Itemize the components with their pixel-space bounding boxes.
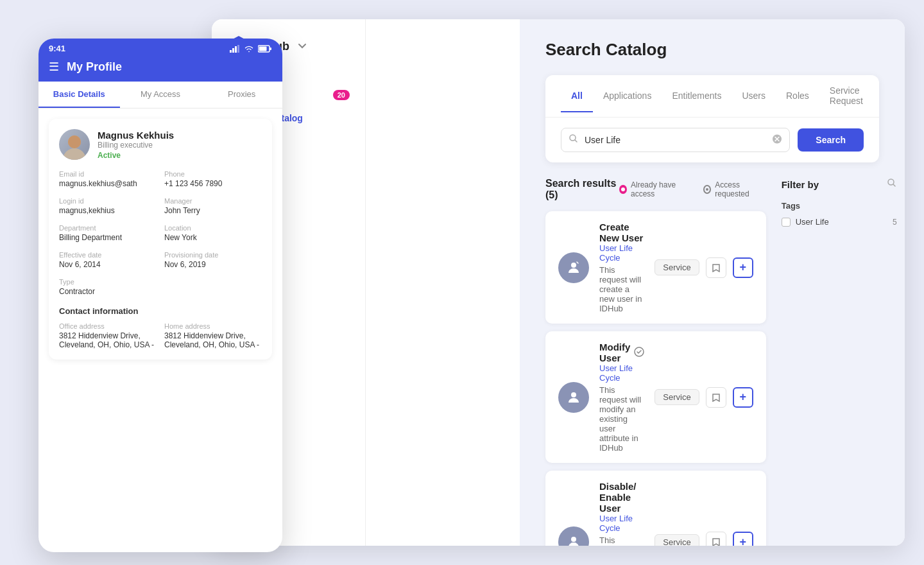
results-main: Search results (5) Already have access	[545, 178, 766, 546]
field-phone: Phone +1 123 456 7890	[164, 170, 262, 188]
location-label: Location	[164, 224, 262, 232]
filter-header: Filter by	[782, 178, 897, 191]
add-button-2[interactable]: +	[733, 387, 753, 408]
tab-entitlements[interactable]: Entitlements	[662, 80, 732, 112]
mobile-tab-proxies[interactable]: Proxies	[201, 82, 282, 108]
battery-icon	[258, 45, 272, 53]
filter-count-user-life: 5	[893, 218, 897, 227]
tab-users[interactable]: Users	[732, 80, 776, 112]
effective-label: Effective date	[59, 251, 157, 259]
result-desc-2: This request will modify an existing use…	[599, 385, 644, 453]
tab-roles[interactable]: Roles	[776, 80, 819, 112]
type-value: Contractor	[59, 287, 157, 296]
service-badge-2: Service	[654, 389, 699, 405]
search-button[interactable]: Search	[798, 128, 864, 152]
office-label: Office address	[59, 322, 157, 330]
filter-checkbox-user-life[interactable]	[782, 218, 791, 227]
svg-rect-14	[237, 45, 239, 53]
tab-all[interactable]: All	[561, 80, 593, 112]
svg-point-9	[571, 537, 576, 542]
add-button-1[interactable]: +	[733, 257, 753, 278]
bookmark-button-2[interactable]	[706, 387, 726, 408]
mobile-tab-my-access[interactable]: My Access	[120, 82, 201, 108]
result-name-1: Create New User	[599, 222, 644, 243]
search-row: Search	[545, 117, 879, 162]
search-clear-icon[interactable]	[772, 134, 782, 146]
type-label: Type	[59, 278, 157, 286]
results-area: Search results (5) Already have access	[545, 178, 879, 546]
profile-card: Magnus Kekhuis Billing executive Active …	[49, 119, 272, 360]
field-office: Office address 3812 Hiddenview Drive, Cl…	[59, 322, 157, 349]
result-tag-1[interactable]: User Life Cycle	[599, 243, 644, 263]
svg-point-20	[68, 135, 81, 148]
field-effective: Effective date Nov 6, 2014	[59, 251, 157, 269]
svg-rect-16	[270, 48, 271, 50]
tab-applications[interactable]: Applications	[593, 80, 662, 112]
svg-point-6	[571, 263, 576, 268]
field-provisioning: Provisioning date Nov 6, 2019	[164, 251, 262, 269]
field-manager: Manager John Terry	[164, 197, 262, 215]
mobile-status-icons	[230, 45, 272, 53]
bookmark-button-1[interactable]	[706, 257, 726, 278]
tasks-badge: 20	[333, 90, 350, 100]
svg-point-7	[571, 392, 576, 397]
profile-fields: Email id magnus.kekhius@sath Phone +1 12…	[59, 170, 262, 296]
tab-service-request[interactable]: Service Request	[819, 75, 873, 117]
results-header: Search results (5) Already have access	[545, 178, 766, 201]
phone-label: Phone	[164, 170, 262, 178]
access-requested-icon	[703, 185, 711, 194]
filter-label-user-life: User Life	[796, 217, 829, 227]
result-tag-2[interactable]: User Life Cycle	[599, 363, 644, 383]
office-value: 3812 Hiddenview Drive, Cleveland, OH, Oh…	[59, 331, 157, 349]
access-check-icon	[634, 347, 644, 359]
result-desc-1: This request will create a new user in I…	[599, 265, 644, 313]
hamburger-icon[interactable]: ☰	[49, 60, 59, 74]
manager-label: Manager	[164, 197, 262, 205]
mobile-time: 9:41	[49, 44, 65, 53]
add-button-3[interactable]: +	[733, 532, 753, 546]
contact-fields: Office address 3812 Hiddenview Drive, Cl…	[59, 322, 262, 349]
field-location: Location New York	[164, 224, 262, 242]
service-badge-3: Service	[654, 534, 699, 546]
login-value: magnus,kekhius	[59, 206, 157, 215]
filter-title: Filter by	[782, 179, 819, 190]
filter-panel: Filter by Tags User Life 5	[782, 178, 897, 546]
desktop-panel: ID IDHub User Tasks 20 Search Catalog Se…	[212, 19, 905, 546]
login-label: Login id	[59, 197, 157, 205]
provisioning-label: Provisioning date	[164, 251, 262, 259]
already-access-label: Already have access	[631, 180, 690, 198]
mobile-tabs: Basic Details My Access Proxies	[38, 82, 282, 109]
profile-name: Magnus Kekhuis	[98, 130, 174, 141]
email-value: magnus.kekhius@sath	[59, 179, 157, 188]
service-badge-1: Service	[654, 259, 699, 275]
provisioning-value: Nov 6, 2019	[164, 260, 262, 269]
result-desc-3: This request will modify status of an ex…	[599, 535, 644, 546]
result-name-2: Modify User	[599, 342, 644, 363]
svg-rect-12	[232, 48, 234, 53]
results-legend: Already have access Access requested	[619, 180, 766, 198]
result-actions-3: Service +	[654, 532, 753, 546]
chevron-down-icon[interactable]	[297, 41, 307, 51]
profile-row: Magnus Kekhuis Billing executive Active	[59, 129, 262, 160]
profile-role: Billing executive	[98, 141, 174, 150]
profile-status: Active	[98, 151, 174, 160]
result-icon-2	[558, 382, 589, 413]
profile-info: Magnus Kekhuis Billing executive Active	[98, 130, 174, 160]
location-value: New York	[164, 233, 262, 242]
bookmark-button-3[interactable]	[706, 532, 726, 546]
mobile-tab-basic-details[interactable]: Basic Details	[38, 82, 120, 108]
result-card-2: Modify User User Life Cycle This request…	[545, 331, 766, 463]
field-email: Email id magnus.kekhius@sath	[59, 170, 157, 188]
search-input[interactable]	[561, 128, 790, 152]
result-card-3: Disable/ Enable User User Life Cycle Thi…	[545, 471, 766, 546]
mobile-body: Magnus Kekhuis Billing executive Active …	[38, 109, 282, 552]
search-input-wrap	[561, 128, 790, 152]
svg-rect-13	[235, 46, 237, 53]
result-tag-3[interactable]: User Life Cycle	[599, 514, 644, 533]
results-title: Search results (5)	[545, 178, 619, 201]
svg-point-5	[706, 188, 708, 191]
filter-search-icon[interactable]	[887, 178, 897, 191]
mobile-panel: 9:41 ☰ My Profile	[38, 39, 282, 552]
dept-value: Billing Department	[59, 233, 157, 242]
tabs-row: All Applications Entitlements Users Role…	[545, 75, 879, 117]
